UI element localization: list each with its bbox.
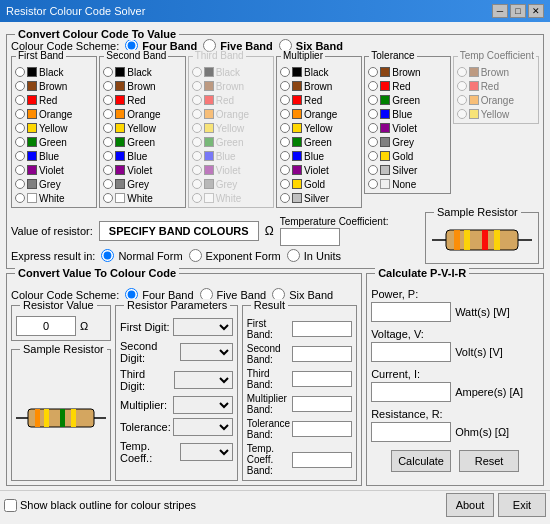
tolerance-radio-gold[interactable] — [368, 151, 378, 161]
black-outline-checkbox[interactable] — [4, 499, 17, 512]
first-band-radio-orange[interactable] — [15, 109, 25, 119]
band-color-label: Brown — [392, 67, 420, 78]
multiplier-radio-yellow[interactable] — [280, 123, 290, 133]
tolerance-radio-blue[interactable] — [368, 109, 378, 119]
band-item: Yellow — [15, 121, 93, 135]
voltage-input[interactable] — [371, 342, 451, 362]
second-band-radio-yellow[interactable] — [103, 123, 113, 133]
band-color-label: Violet — [127, 165, 152, 176]
third-band-radio-green[interactable] — [192, 137, 202, 147]
exponent-form-label[interactable]: Exponent Form — [189, 249, 281, 262]
tolerance-radio-grey[interactable] — [368, 137, 378, 147]
temp-coeff-radio-brown[interactable] — [457, 67, 467, 77]
multiplier-radio-violet[interactable] — [280, 165, 290, 175]
close-button[interactable]: ✕ — [528, 4, 544, 18]
third-band-radio-yellow[interactable] — [192, 123, 202, 133]
multiplier-radio-blue[interactable] — [280, 151, 290, 161]
third-band-radio-brown[interactable] — [192, 81, 202, 91]
multiplier-radio-black[interactable] — [280, 67, 290, 77]
temp-coeff-result-input[interactable] — [280, 228, 340, 246]
second-band-radio-grey[interactable] — [103, 179, 113, 189]
resistance-input[interactable] — [371, 422, 451, 442]
color-swatch-violet — [292, 165, 302, 175]
normal-form-radio[interactable] — [101, 249, 114, 262]
first-band-radio-red[interactable] — [15, 95, 25, 105]
about-button[interactable]: About — [446, 493, 494, 517]
band-color-label: Black — [216, 67, 240, 78]
in-units-label[interactable]: In Units — [287, 249, 341, 262]
band-item: Red — [192, 93, 270, 107]
multiplier-radio-silver[interactable] — [280, 193, 290, 203]
param-select-4[interactable] — [173, 418, 233, 436]
second-band-radio-violet[interactable] — [103, 165, 113, 175]
tolerance-radio-green[interactable] — [368, 95, 378, 105]
third-band-radio-white[interactable] — [192, 193, 202, 203]
temp-coeff-radio-yellow[interactable] — [457, 109, 467, 119]
multiplier-radio-brown[interactable] — [280, 81, 290, 91]
in-units-radio[interactable] — [287, 249, 300, 262]
second-band-radio-red[interactable] — [103, 95, 113, 105]
checkbox-row: Show black outline for colour stripes — [4, 499, 442, 512]
result-band-input-1[interactable] — [292, 346, 352, 362]
result-band-input-0[interactable] — [292, 321, 352, 337]
color-swatch-red — [204, 95, 214, 105]
param-select-2[interactable] — [174, 371, 233, 389]
tolerance-radio-silver[interactable] — [368, 165, 378, 175]
tolerance-radio-red[interactable] — [368, 81, 378, 91]
result-band-input-2[interactable] — [292, 371, 352, 387]
result-band-input-5[interactable] — [292, 452, 352, 468]
power-input[interactable] — [371, 302, 451, 322]
band-color-label: Gold — [304, 179, 325, 190]
first-band-radio-white[interactable] — [15, 193, 25, 203]
first-band-radio-brown[interactable] — [15, 81, 25, 91]
second-band-radio-blue[interactable] — [103, 151, 113, 161]
normal-form-label[interactable]: Normal Form — [101, 249, 182, 262]
first-band-radio-black[interactable] — [15, 67, 25, 77]
band-color-label: Grey — [127, 179, 149, 190]
param-select-0[interactable] — [173, 318, 233, 336]
reset-button[interactable]: Reset — [459, 450, 519, 472]
second-band-radio-green[interactable] — [103, 137, 113, 147]
first-band-radio-yellow[interactable] — [15, 123, 25, 133]
color-swatch-white — [115, 193, 125, 203]
current-input[interactable] — [371, 382, 451, 402]
first-band-radio-green[interactable] — [15, 137, 25, 147]
third-band-radio-grey[interactable] — [192, 179, 202, 189]
multiplier-radio-red[interactable] — [280, 95, 290, 105]
second-band-radio-orange[interactable] — [103, 109, 113, 119]
third-band-radio-blue[interactable] — [192, 151, 202, 161]
tolerance-radio-none[interactable] — [368, 179, 378, 189]
result-band-input-3[interactable] — [292, 396, 352, 412]
exit-button[interactable]: Exit — [498, 493, 546, 517]
third-band-radio-red[interactable] — [192, 95, 202, 105]
third-band-radio-black[interactable] — [192, 67, 202, 77]
minimize-button[interactable]: ─ — [492, 4, 508, 18]
tolerance-radio-brown[interactable] — [368, 67, 378, 77]
param-select-1[interactable] — [180, 343, 233, 361]
second-band-radio-white[interactable] — [103, 193, 113, 203]
maximize-button[interactable]: □ — [510, 4, 526, 18]
calculate-button[interactable]: Calculate — [391, 450, 451, 472]
param-select-3[interactable] — [173, 396, 233, 414]
temp-coeff-radio-orange[interactable] — [457, 95, 467, 105]
second-band-radio-brown[interactable] — [103, 81, 113, 91]
band-item: Orange — [457, 93, 535, 107]
multiplier-radio-green[interactable] — [280, 137, 290, 147]
band-color-label: Green — [127, 137, 155, 148]
param-select-5[interactable] — [180, 443, 233, 461]
tolerance-radio-violet[interactable] — [368, 123, 378, 133]
third-band-radio-violet[interactable] — [192, 165, 202, 175]
resistor-value-input[interactable] — [16, 316, 76, 336]
first-band-radio-blue[interactable] — [15, 151, 25, 161]
multiplier-radio-gold[interactable] — [280, 179, 290, 189]
temp-coeff-radio-red[interactable] — [457, 81, 467, 91]
result-band-input-4[interactable] — [292, 421, 352, 437]
exponent-form-radio[interactable] — [189, 249, 202, 262]
multiplier-radio-orange[interactable] — [280, 109, 290, 119]
result-band-label: Second Band: — [247, 343, 290, 365]
svg-rect-11 — [60, 409, 65, 427]
first-band-radio-violet[interactable] — [15, 165, 25, 175]
third-band-radio-orange[interactable] — [192, 109, 202, 119]
first-band-radio-grey[interactable] — [15, 179, 25, 189]
second-band-radio-black[interactable] — [103, 67, 113, 77]
